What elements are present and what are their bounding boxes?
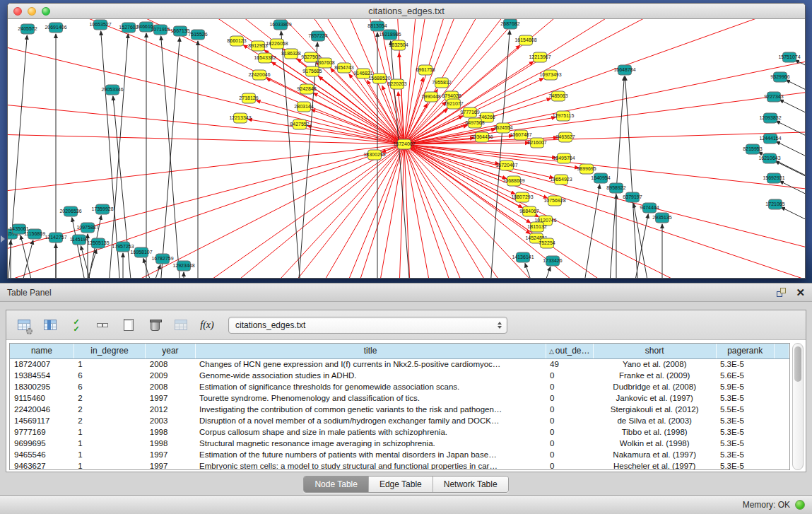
column-settings-button[interactable] bbox=[15, 316, 33, 334]
network-node[interactable]: 9684067 bbox=[522, 206, 536, 217]
network-node[interactable]: 1832504 bbox=[392, 40, 406, 51]
table-cell[interactable]: 0 bbox=[546, 426, 593, 438]
show-columns-button[interactable] bbox=[41, 316, 59, 334]
network-node[interactable]: 11156869 bbox=[28, 229, 42, 240]
table-selector-dropdown[interactable]: citations_edges.txt bbox=[228, 317, 507, 334]
network-node[interactable]: 15751074 bbox=[782, 52, 796, 63]
table-cell[interactable]: 2003 bbox=[146, 415, 195, 426]
table-cell[interactable]: 2008 bbox=[146, 358, 195, 370]
table-cell[interactable]: de Silva et al. (2003) bbox=[593, 415, 716, 426]
network-node[interactable]: 12142757 bbox=[49, 233, 63, 243]
network-node[interactable]: 10756928 bbox=[548, 196, 562, 206]
table-cell[interactable]: 0 bbox=[546, 460, 593, 470]
network-node[interactable]: 6497568 bbox=[468, 118, 482, 129]
table-row[interactable]: 969969511998Structural magnetic resonanc… bbox=[10, 438, 789, 449]
table-cell[interactable]: 6 bbox=[73, 381, 145, 392]
table-cell[interactable]: Structural magnetic resonance image aver… bbox=[195, 438, 546, 449]
network-node[interactable]: 8958922 bbox=[609, 183, 623, 194]
table-cell[interactable]: 0 bbox=[546, 370, 593, 381]
table-cell[interactable]: 5.6E-5 bbox=[716, 370, 774, 381]
network-node[interactable]: 6961758 bbox=[418, 65, 433, 76]
network-node[interactable]: 12975115 bbox=[556, 111, 570, 122]
network-node[interactable]: 10653527 bbox=[93, 20, 107, 30]
table-cell[interactable]: 1998 bbox=[146, 426, 195, 438]
network-node[interactable]: 3624554 bbox=[496, 123, 510, 134]
select-rows-button[interactable]: ✓✓ bbox=[67, 316, 86, 334]
function-builder-button[interactable]: f(x) bbox=[198, 316, 216, 334]
table-cell[interactable]: 19384554 bbox=[10, 370, 73, 381]
column-header[interactable]: short bbox=[593, 344, 716, 358]
network-node[interactable]: 1721065 bbox=[768, 199, 782, 210]
network-node[interactable]: 1990448 bbox=[424, 92, 438, 103]
network-node[interactable]: 8660123 bbox=[230, 36, 244, 47]
network-node[interactable]: 10607487 bbox=[514, 130, 528, 141]
table-row[interactable]: 2242004622012Investigating the contribut… bbox=[10, 404, 789, 415]
network-node[interactable]: 10975887 bbox=[81, 223, 95, 233]
table-cell[interactable]: 1 bbox=[73, 426, 145, 438]
network-node[interactable]: 9899695 bbox=[579, 164, 594, 175]
table-row[interactable]: 946362711997Embryonic stem cells: a mode… bbox=[10, 460, 789, 470]
window-titlebar[interactable]: citations_edges.txt bbox=[8, 4, 805, 19]
network-node[interactable]: 2367608 bbox=[318, 58, 332, 69]
table-cell[interactable]: 5.3E-5 bbox=[716, 460, 774, 470]
network-node[interactable]: 18495784 bbox=[557, 153, 571, 164]
table-cell[interactable]: 2012 bbox=[146, 404, 195, 415]
table-cell[interactable]: 0 bbox=[546, 438, 593, 449]
table-cell[interactable]: Genome-wide association studies in ADHD. bbox=[195, 370, 546, 381]
column-header[interactable]: pagerank bbox=[716, 344, 774, 358]
table-cell[interactable]: 2 bbox=[73, 415, 145, 426]
network-node[interactable]: 12213343 bbox=[233, 113, 247, 124]
network-node[interactable]: 9777169 bbox=[463, 107, 477, 118]
table-cell[interactable]: 5.3E-5 bbox=[716, 438, 774, 449]
network-node[interactable]: 7485063 bbox=[551, 91, 565, 102]
network-node[interactable]: 8215953 bbox=[746, 144, 760, 155]
network-node[interactable]: 9175685 bbox=[305, 66, 319, 77]
network-node[interactable]: 17957253 bbox=[116, 242, 130, 252]
table-cell[interactable]: 6 bbox=[73, 370, 145, 381]
table-cell[interactable]: 14569117 bbox=[10, 415, 73, 426]
network-node[interactable]: 1145194 bbox=[72, 235, 86, 245]
collapsed-panel-arrow-icon[interactable] bbox=[1, 235, 5, 243]
network-node[interactable]: 10688609 bbox=[507, 176, 521, 187]
network-node[interactable]: 1071915 bbox=[153, 25, 167, 35]
network-node[interactable]: 8813054 bbox=[370, 21, 384, 32]
table-cell[interactable]: Changes of HCN gene expression and I(f) … bbox=[195, 358, 546, 370]
network-node[interactable]: 16648784 bbox=[618, 65, 632, 76]
network-node[interactable]: 9329966 bbox=[773, 72, 787, 83]
column-header[interactable]: △out_de… bbox=[546, 344, 593, 358]
network-node[interactable]: 20206536 bbox=[64, 206, 78, 217]
table-row[interactable]: 977716911998Corpus callosum shape and si… bbox=[10, 426, 789, 438]
network-node[interactable]: 6216007 bbox=[530, 138, 544, 148]
network-node[interactable]: 18300295 bbox=[367, 150, 382, 160]
network-node[interactable]: 12213967 bbox=[533, 52, 547, 63]
row-height-button[interactable] bbox=[93, 316, 112, 334]
delete-table-button[interactable] bbox=[146, 316, 164, 334]
table-cell[interactable]: 2009 bbox=[146, 370, 195, 381]
table-row[interactable]: 911546021997Tourette syndrome. Phenomeno… bbox=[10, 392, 789, 404]
column-header[interactable]: year bbox=[146, 344, 195, 358]
tab-node-table[interactable]: Node Table bbox=[304, 477, 369, 492]
network-node[interactable]: 752254 bbox=[540, 238, 554, 249]
table-cell[interactable]: Nakamura et al. (1997) bbox=[593, 449, 716, 460]
table-cell[interactable]: Wolkin et al. (1998) bbox=[593, 438, 716, 449]
column-header[interactable]: name bbox=[10, 344, 73, 358]
network-node[interactable]: 9463627 bbox=[558, 132, 572, 143]
table-cell[interactable]: 0 bbox=[546, 381, 593, 392]
table-cell[interactable]: Tibbo et al. (1998) bbox=[593, 426, 716, 438]
network-node[interactable]: 7955812 bbox=[435, 78, 449, 88]
table-cell[interactable]: 2008 bbox=[146, 381, 195, 392]
network-node[interactable]: 1921077 bbox=[447, 99, 461, 110]
close-panel-icon[interactable]: ✕ bbox=[796, 288, 805, 297]
network-node[interactable]: 7857224 bbox=[311, 31, 325, 42]
network-node[interactable]: 12923448 bbox=[177, 261, 191, 271]
network-node[interactable]: 6379197 bbox=[625, 192, 640, 203]
table-cell[interactable]: 2 bbox=[73, 404, 145, 415]
network-node[interactable]: 12505135 bbox=[91, 238, 105, 249]
tab-edge-table[interactable]: Edge Table bbox=[369, 477, 433, 492]
network-node[interactable]: 15720407 bbox=[500, 160, 514, 171]
table-cell[interactable]: 5.3E-5 bbox=[716, 426, 774, 438]
scrollbar-thumb[interactable] bbox=[794, 346, 801, 382]
table-cell[interactable]: 9699695 bbox=[10, 438, 73, 449]
network-node[interactable]: 8454743 bbox=[337, 63, 351, 74]
network-node[interactable]: 14136141 bbox=[516, 252, 530, 263]
